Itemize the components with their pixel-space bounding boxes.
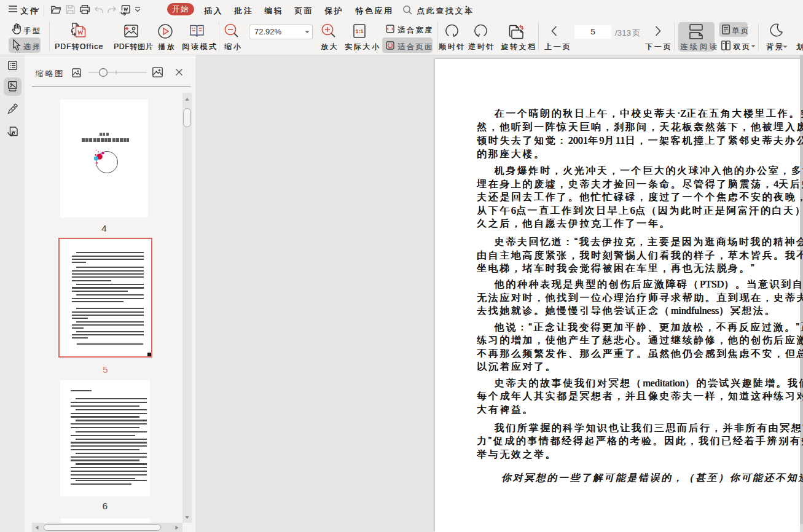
svg-text:1:1: 1:1 bbox=[355, 28, 363, 34]
